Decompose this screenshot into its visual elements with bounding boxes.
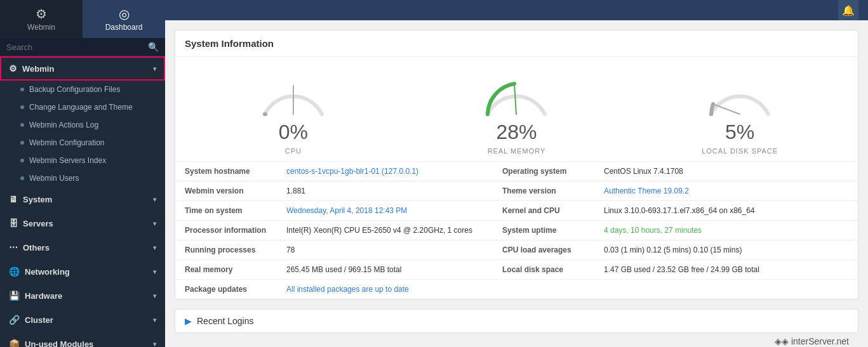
time-label: Time on system — [175, 201, 277, 221]
dot-icon — [20, 123, 24, 127]
webmin-nav-item[interactable]: ⚙ Webmin — [0, 0, 83, 38]
footer-logo: ◈◈ interServer.net — [175, 333, 858, 347]
cpu-value: 0% — [279, 121, 308, 144]
kernel-value: Linux 3.10.0-693.17.1.el7.x86_64 on x86_… — [594, 201, 858, 221]
time-link[interactable]: Wednesday, April 4, 2018 12:43 PM — [286, 206, 407, 215]
hostname-label: System hostname — [175, 162, 277, 181]
theme-link[interactable]: Authentic Theme 19.09.2 — [604, 187, 689, 195]
sidebar-item-backup-label: Backup Configuration Files — [29, 85, 120, 94]
hostname-link[interactable]: centos-s-1vcpu-1gb-blr1-01 (127.0.0.1) — [286, 167, 418, 176]
hostname-value: centos-s-1vcpu-1gb-blr1-01 (127.0.0.1) — [277, 162, 493, 181]
table-row: System hostname centos-s-1vcpu-1gb-blr1-… — [175, 162, 858, 181]
system-info-title: System Information — [175, 30, 858, 57]
unused-label: Un-used Modules — [25, 339, 93, 348]
pkg-updates-link[interactable]: All installed packages are up to date — [286, 285, 409, 294]
svg-line-1 — [514, 84, 516, 114]
cpu-label: CPU — [285, 147, 302, 155]
networking-section-title[interactable]: 🌐 Networking ▾ — [0, 259, 165, 284]
dot-icon — [20, 176, 24, 180]
webmin-version-value: 1.881 — [277, 181, 493, 201]
webmin-section: ⚙ Webmin ▾ Backup Configuration Files Ch… — [0, 56, 165, 187]
processes-label: Running processes — [175, 240, 277, 260]
os-label: Operating system — [493, 162, 594, 181]
sidebar-item-language[interactable]: Change Language and Theme — [0, 98, 165, 116]
servers-icon: 🗄 — [9, 218, 18, 228]
hardware-section-title[interactable]: 💾 Hardware ▾ — [0, 284, 165, 308]
dot-icon — [20, 88, 24, 91]
cpu-load-value: 0.03 (1 min) 0.12 (5 mins) 0.10 (15 mins… — [594, 240, 858, 260]
search-bar: 🔍 — [0, 38, 165, 56]
search-input[interactable] — [6, 43, 148, 52]
memory-label: REAL MEMORY — [488, 147, 546, 155]
recent-logins-label: Recent Logins — [197, 316, 254, 326]
webmin-nav-label: Webmin — [27, 23, 55, 32]
others-section-title[interactable]: ⋯ Others ▾ — [0, 235, 165, 259]
table-row: Running processes 78 CPU load averages 0… — [175, 240, 858, 260]
system-section-title[interactable]: 🖥 System ▾ — [0, 187, 165, 211]
disk-label: LOCAL DISK SPACE — [702, 147, 778, 155]
networking-label: Networking — [25, 267, 70, 277]
table-row: Time on system Wednesday, April 4, 2018 … — [175, 201, 858, 221]
sidebar-item-actions-label: Webmin Actions Log — [29, 121, 98, 129]
disk-gauge-svg — [702, 70, 778, 121]
os-value: CentOS Linux 7.4.1708 — [594, 162, 858, 181]
unused-arrow: ▾ — [153, 341, 156, 348]
hardware-arrow: ▾ — [153, 292, 156, 299]
real-memory-label: Real memory — [175, 260, 277, 280]
sidebar-item-config-label: Webmin Configuration — [29, 138, 105, 147]
sidebar-item-actions-log[interactable]: Webmin Actions Log — [0, 116, 165, 134]
servers-section-title[interactable]: 🗄 Servers ▾ — [0, 211, 165, 235]
top-bar: 🔔 — [165, 0, 868, 20]
notification-bell-button[interactable]: 🔔 — [838, 0, 858, 20]
theme-label: Theme version — [493, 181, 594, 201]
cpu-gauge: 0% CPU — [230, 70, 357, 155]
webmin-icon: ⚙ — [36, 6, 47, 22]
cpu-load-label: CPU load averages — [493, 240, 594, 260]
memory-value: 28% — [496, 121, 537, 144]
table-row: Package updates All installed packages a… — [175, 280, 858, 299]
dashboard-icon: ◎ — [119, 6, 130, 22]
unused-section-title[interactable]: 📦 Un-used Modules ▾ — [0, 332, 165, 347]
disk-value: 5% — [725, 121, 754, 144]
uptime-link[interactable]: 4 days, 10 hours, 27 minutes — [604, 226, 702, 235]
footer-logo-text: ◈◈ interServer.net — [775, 336, 849, 346]
pkg-updates-label: Package updates — [175, 280, 277, 299]
uptime-value: 4 days, 10 hours, 27 minutes — [594, 221, 858, 240]
networking-icon: 🌐 — [9, 266, 20, 277]
recent-logins-section[interactable]: ▶ Recent Logins — [175, 309, 858, 333]
info-table: System hostname centos-s-1vcpu-1gb-blr1-… — [175, 161, 858, 299]
disk-gauge: 5% LOCAL DISK SPACE — [676, 70, 803, 155]
system-arrow: ▾ — [153, 196, 156, 203]
dot-icon — [20, 141, 24, 145]
sidebar: ⚙ Webmin ◎ Dashboard 🔍 ⚙ Webmin ▾ Backup… — [0, 0, 165, 347]
uptime-label: System uptime — [493, 221, 594, 240]
content-area: System Information 0% CPU — [165, 20, 868, 347]
webmin-section-arrow: ▾ — [153, 65, 156, 72]
sidebar-item-servers[interactable]: Webmin Servers Index — [0, 152, 165, 169]
kernel-label: Kernel and CPU — [493, 201, 594, 221]
processor-label: Processor information — [175, 221, 277, 240]
sidebar-item-servers-label: Webmin Servers Index — [29, 156, 106, 165]
dashboard-nav-label: Dashboard — [105, 23, 143, 32]
webmin-section-title[interactable]: ⚙ Webmin ▾ — [0, 56, 165, 81]
sidebar-item-backup[interactable]: Backup Configuration Files — [0, 81, 165, 98]
cluster-section-title[interactable]: 🔗 Cluster ▾ — [0, 308, 165, 332]
dashboard-nav-item[interactable]: ◎ Dashboard — [83, 0, 165, 38]
main-content: 🔔 System Information 0% CPU — [165, 0, 868, 347]
dot-icon — [20, 159, 24, 162]
system-info-card: System Information 0% CPU — [175, 30, 858, 299]
sidebar-item-config[interactable]: Webmin Configuration — [0, 134, 165, 152]
others-icon: ⋯ — [9, 242, 18, 252]
nav-header: ⚙ Webmin ◎ Dashboard — [0, 0, 165, 38]
others-label: Others — [23, 243, 50, 252]
servers-label: Servers — [23, 219, 53, 228]
svg-line-2 — [713, 104, 740, 114]
system-icon: 🖥 — [9, 194, 18, 204]
table-row: Real memory 265.45 MB used / 969.15 MB t… — [175, 260, 858, 280]
table-row: Webmin version 1.881 Theme version Authe… — [175, 181, 858, 201]
search-icon: 🔍 — [148, 42, 159, 52]
networking-arrow: ▾ — [153, 268, 156, 275]
others-arrow: ▾ — [153, 244, 156, 251]
sidebar-item-users[interactable]: Webmin Users — [0, 169, 165, 187]
unused-icon: 📦 — [9, 339, 20, 347]
